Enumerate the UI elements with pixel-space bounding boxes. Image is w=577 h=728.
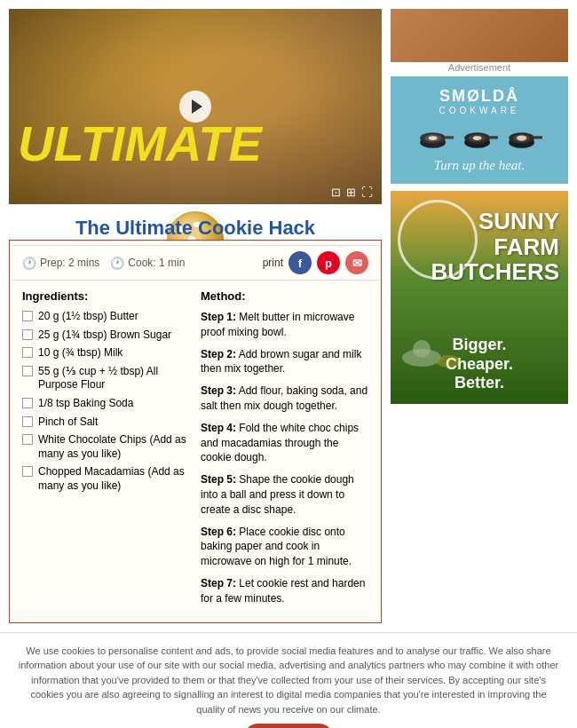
smolda-brand: SMØLDÅ [401,87,557,106]
recipe-card: The Ultimate Cookie Hack 🕐 Prep: 2 mins … [9,240,382,623]
step-label: Step 1: [201,311,236,323]
butchers-name: BUTCHERS [431,259,559,285]
ingredient-checkbox[interactable] [22,434,33,445]
recipe-meta: 🕐 Prep: 2 mins 🕐 Cook: 1 min print f p ✉ [10,245,381,281]
ingredient-checkbox[interactable] [22,366,33,376]
prep-label: Prep: 2 mins [40,257,99,269]
recipe-header: The Ultimate Cookie Hack [10,210,381,245]
step-item: Step 1: Melt butter in microwave proof m… [201,310,368,340]
ingredient-checkbox[interactable] [22,466,33,477]
play-button[interactable] [179,91,211,123]
ingredient-item[interactable]: 55 g (⅓ cup + ½ tbsp) All Purpose Flour [22,365,186,392]
clock-icon-2: 🕐 [110,257,124,270]
cook-time: 🕐 Cook: 1 min [110,257,185,270]
step-label: Step 3: [201,384,236,397]
ad-label: Advertisement [391,62,568,73]
ingredients-section: Ingredients: 20 g (1½ tbsp) Butter25 g (… [22,289,186,613]
cc-icon[interactable]: ⊡ [331,186,341,199]
method-section: Method: Step 1: Melt butter in microwave… [201,289,368,613]
svg-point-12 [478,138,480,139]
ingredients-title: Ingredients: [22,289,186,303]
better-label: Better. [391,374,568,393]
print-link[interactable]: print [263,257,283,269]
ingredient-item[interactable]: Pinch of Salt [22,415,186,430]
video-section[interactable]: ULTIMATE ⊡ ⊞ ⛶ [9,9,382,204]
accept-button[interactable]: Accept [244,724,332,728]
svg-point-20 [413,340,431,358]
farm-name: FARM [431,234,559,260]
smolda-sub: COOKWARE [401,106,557,115]
svg-point-11 [474,136,477,138]
pip-icon[interactable]: ⊞ [346,186,356,199]
video-controls: ⊡ ⊞ ⛶ [331,186,373,199]
ingredient-item[interactable]: 25 g (1¾ tbsp) Brown Sugar [22,328,186,343]
pan-icon-2 [461,123,498,151]
svg-rect-15 [533,136,542,138]
svg-point-21 [436,355,461,368]
cook-label: Cook: 1 min [128,257,185,269]
ingredient-item[interactable]: Chopped Macadamias (Add as many as you l… [22,465,186,493]
step-label: Step 2: [201,348,236,360]
ingredient-item[interactable]: 20 g (1½ tbsp) Butter [22,310,186,324]
sunny-text: SUNNY FARM BUTCHERS [431,209,559,285]
recipe-title: The Ultimate Cookie Hack [75,217,315,240]
smolda-ad[interactable]: SMØLDÅ COOKWARE [391,76,568,184]
ingredient-checkbox[interactable] [22,398,33,408]
step-item: Step 4: Fold the white choc chips and ma… [201,421,368,465]
fullscreen-icon[interactable]: ⛶ [361,186,373,199]
ingredient-item[interactable]: 1/8 tsp Baking Soda [22,397,186,411]
svg-rect-2 [444,136,454,138]
cookie-notice: We use cookies to personalise content an… [0,632,577,728]
share-area: print f p ✉ [263,251,368,274]
svg-point-5 [430,137,432,139]
sunny-name: SUNNY [431,209,559,234]
video-title: ULTIMATE [18,119,262,169]
svg-rect-8 [488,136,498,138]
step-item: Step 5: Shape the cookie dough into a ba… [201,472,368,517]
pans-row [401,123,557,151]
ingredient-checkbox[interactable] [22,329,33,340]
recipe-body: Ingredients: 20 g (1½ tbsp) Butter25 g (… [10,281,381,622]
step-item: Step 6: Place cookie disc onto baking pa… [201,525,368,569]
method-title: Method: [201,289,368,303]
ingredient-item[interactable]: White Chocolate Chips (Add as many as yo… [22,433,186,461]
pan-icon-1 [416,123,454,151]
step-label: Step 6: [201,526,236,538]
top-ad-image [391,9,568,62]
facebook-button[interactable]: f [288,251,312,274]
step-item: Step 3: Add flour, baking soda, and salt… [201,384,368,414]
ingredient-checkbox[interactable] [22,347,33,358]
svg-point-10 [473,136,482,140]
step-label: Step 4: [201,422,236,434]
meta-times: 🕐 Prep: 2 mins 🕐 Cook: 1 min [22,257,185,270]
ingredient-checkbox[interactable] [22,311,33,321]
clock-icon: 🕐 [22,257,36,270]
steps-list: Step 1: Melt butter in microwave proof m… [201,310,368,606]
sunny-ad[interactable]: SUNNY FARM BUTCHERS Bigger. Cheaper. Bet… [391,191,568,404]
step-item: Step 2: Add brown sugar and milk then mi… [201,347,368,377]
cookie-text: We use cookies to personalise content an… [18,644,559,717]
svg-point-18 [518,136,524,138]
step-item: Step 7: Let cookie rest and harden for a… [201,576,368,606]
prep-time: 🕐 Prep: 2 mins [22,257,99,270]
ingredients-list: 20 g (1½ tbsp) Butter25 g (1¾ tbsp) Brow… [22,310,186,494]
step-label: Step 5: [201,473,236,486]
pan-icon-3 [505,123,542,151]
email-button[interactable]: ✉ [345,251,368,274]
pinterest-button[interactable]: p [317,251,340,274]
ingredient-item[interactable]: 10 g (¾ tbsp) Milk [22,346,186,360]
smolda-tagline: Turn up the heat. [401,158,557,173]
ingredient-checkbox[interactable] [22,416,33,427]
sidebar: Advertisement SMØLDÅ COOKWARE [391,9,568,623]
step-label: Step 7: [201,577,236,590]
